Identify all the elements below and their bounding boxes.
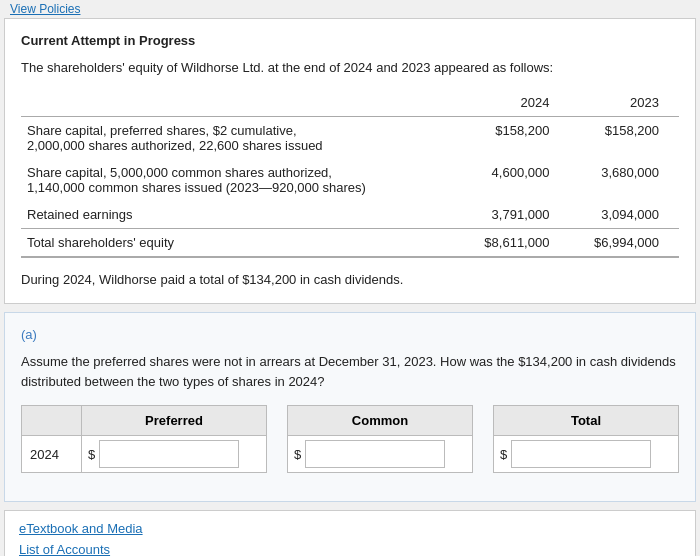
- col-common: Common: [288, 406, 473, 436]
- common-input-cell: $: [288, 436, 473, 473]
- equity-val2023-2: 3,094,000: [569, 201, 679, 229]
- common-input[interactable]: [305, 440, 445, 468]
- year-cell: 2024: [22, 436, 82, 473]
- equity-val2024-2: 3,791,000: [460, 201, 570, 229]
- equity-val2023-3: $6,994,000: [569, 229, 679, 258]
- intro-text: The shareholders' equity of Wildhorse Lt…: [21, 60, 679, 75]
- preferred-input-cell: $: [82, 436, 267, 473]
- section-a-card: (a) Assume the preferred shares were not…: [4, 312, 696, 502]
- equity-val2024-1: 4,600,000: [460, 159, 570, 201]
- section-a-label: (a): [21, 327, 679, 342]
- total-input[interactable]: [511, 440, 651, 468]
- col-empty: [22, 406, 82, 436]
- col-header-label: [21, 89, 460, 117]
- col-header-2023: 2023: [569, 89, 679, 117]
- col-preferred: Preferred: [82, 406, 267, 436]
- view-policies-link[interactable]: View Policies: [0, 0, 700, 18]
- equity-val2023-1: 3,680,000: [569, 159, 679, 201]
- equity-label-0: Share capital, preferred shares, $2 cumu…: [21, 117, 460, 160]
- col-sep2: [473, 406, 494, 436]
- bottom-links: eTextbook and Media List of Accounts: [4, 510, 696, 556]
- equity-row-0: Share capital, preferred shares, $2 cumu…: [21, 117, 679, 160]
- list-of-accounts-link[interactable]: List of Accounts: [19, 542, 681, 556]
- dollar-sign-preferred: $: [88, 447, 95, 462]
- equity-val2024-0: $158,200: [460, 117, 570, 160]
- question-text: Assume the preferred shares were not in …: [21, 352, 679, 391]
- equity-table: 2024 2023 Share capital, preferred share…: [21, 89, 679, 258]
- during-text: During 2024, Wildhorse paid a total of $…: [21, 272, 679, 287]
- etextbook-link[interactable]: eTextbook and Media: [19, 521, 681, 536]
- dollar-sign-total: $: [500, 447, 507, 462]
- equity-label-2: Retained earnings: [21, 201, 460, 229]
- main-card: Current Attempt in Progress The sharehol…: [4, 18, 696, 304]
- equity-label-3: Total shareholders' equity: [21, 229, 460, 258]
- equity-row-1: Share capital, 5,000,000 common shares a…: [21, 159, 679, 201]
- equity-val2023-0: $158,200: [569, 117, 679, 160]
- col-total: Total: [494, 406, 679, 436]
- equity-label-1: Share capital, 5,000,000 common shares a…: [21, 159, 460, 201]
- total-input-cell: $: [494, 436, 679, 473]
- answer-row-2024: 2024 $ $ $: [22, 436, 679, 473]
- preferred-input[interactable]: [99, 440, 239, 468]
- equity-val2024-3: $8,611,000: [460, 229, 570, 258]
- sep-cell-2: [473, 436, 494, 473]
- sep-cell-1: [267, 436, 288, 473]
- equity-row-3: Total shareholders' equity$8,611,000$6,9…: [21, 229, 679, 258]
- col-header-2024: 2024: [460, 89, 570, 117]
- answer-table: Preferred Common Total 2024 $: [21, 405, 679, 473]
- dollar-sign-common: $: [294, 447, 301, 462]
- equity-row-2: Retained earnings3,791,0003,094,000: [21, 201, 679, 229]
- col-sep1: [267, 406, 288, 436]
- current-attempt-heading: Current Attempt in Progress: [21, 33, 679, 48]
